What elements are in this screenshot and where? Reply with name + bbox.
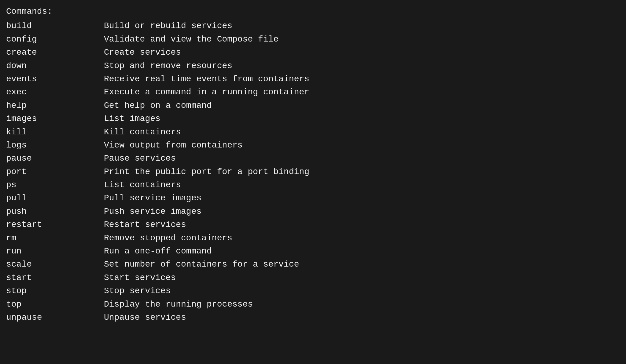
terminal-output: Commands: buildBuild or rebuild services… [6, 5, 620, 324]
command-row: configValidate and view the Compose file [6, 33, 620, 46]
command-name: stop [6, 284, 104, 297]
command-row: logsView output from containers [6, 139, 620, 152]
command-name: exec [6, 86, 104, 99]
commands-header: Commands: [6, 5, 620, 18]
command-row: runRun a one-off command [6, 245, 620, 258]
command-name: events [6, 72, 104, 86]
command-description: Print the public port for a port binding [104, 165, 620, 178]
command-name: port [6, 165, 104, 178]
command-name: config [6, 33, 104, 46]
command-description: Get help on a command [104, 99, 620, 112]
command-name: pull [6, 191, 104, 205]
command-row: unpauseUnpause services [6, 311, 620, 324]
command-name: start [6, 271, 104, 284]
command-name: push [6, 205, 104, 218]
command-row: stopStop services [6, 284, 620, 297]
command-name: top [6, 298, 104, 311]
command-row: killKill containers [6, 126, 620, 139]
command-row: createCreate services [6, 46, 620, 59]
command-description: Unpause services [104, 311, 620, 324]
command-name: scale [6, 258, 104, 271]
command-description: Kill containers [104, 126, 620, 139]
command-name: help [6, 99, 104, 112]
command-row: scaleSet number of containers for a serv… [6, 258, 620, 271]
command-row: imagesList images [6, 112, 620, 125]
command-row: portPrint the public port for a port bin… [6, 165, 620, 178]
command-description: Pause services [104, 152, 620, 165]
command-name: images [6, 112, 104, 125]
command-description: List images [104, 112, 620, 125]
command-description: Start services [104, 271, 620, 284]
command-description: Create services [104, 46, 620, 59]
command-row: restartRestart services [6, 218, 620, 231]
command-row: pullPull service images [6, 191, 620, 205]
command-row: pausePause services [6, 152, 620, 165]
command-description: Build or rebuild services [104, 19, 620, 32]
command-row: startStart services [6, 271, 620, 284]
command-description: Display the running processes [104, 298, 620, 311]
command-description: View output from containers [104, 139, 620, 152]
command-name: build [6, 19, 104, 32]
command-name: restart [6, 218, 104, 231]
command-name: kill [6, 126, 104, 139]
command-row: psList containers [6, 178, 620, 191]
command-description: Execute a command in a running container [104, 86, 620, 99]
command-description: Push service images [104, 205, 620, 218]
command-name: rm [6, 231, 104, 245]
command-name: unpause [6, 311, 104, 324]
command-row: helpGet help on a command [6, 99, 620, 112]
command-name: ps [6, 178, 104, 191]
command-name: logs [6, 139, 104, 152]
command-row: topDisplay the running processes [6, 298, 620, 311]
command-row: eventsReceive real time events from cont… [6, 72, 620, 86]
commands-table: buildBuild or rebuild servicesconfigVali… [6, 19, 620, 324]
command-row: rmRemove stopped containers [6, 231, 620, 245]
command-row: pushPush service images [6, 205, 620, 218]
command-row: buildBuild or rebuild services [6, 19, 620, 32]
command-description: Pull service images [104, 191, 620, 205]
command-name: down [6, 59, 104, 72]
command-name: pause [6, 152, 104, 165]
command-description: Stop services [104, 284, 620, 297]
command-description: Validate and view the Compose file [104, 33, 620, 46]
command-description: Stop and remove resources [104, 59, 620, 72]
command-description: Run a one-off command [104, 245, 620, 258]
command-description: Set number of containers for a service [104, 258, 620, 271]
command-row: downStop and remove resources [6, 59, 620, 72]
command-description: Restart services [104, 218, 620, 231]
command-name: run [6, 245, 104, 258]
command-description: Receive real time events from containers [104, 72, 620, 86]
command-name: create [6, 46, 104, 59]
command-description: List containers [104, 178, 620, 191]
command-description: Remove stopped containers [104, 231, 620, 245]
command-row: execExecute a command in a running conta… [6, 86, 620, 99]
